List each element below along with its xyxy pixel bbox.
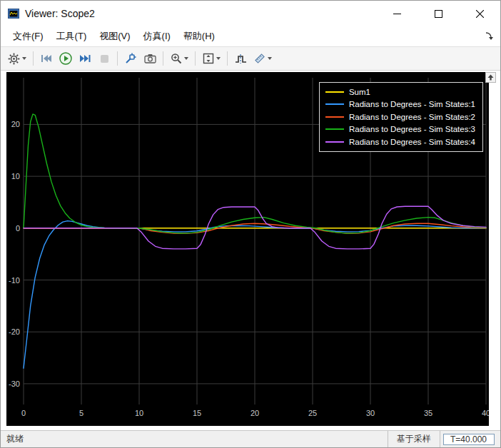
legend-label: Radians to Degrees - Sim States:3: [349, 125, 475, 133]
dock-arrow-icon[interactable]: [485, 31, 495, 43]
status-ready: 就绪: [1, 431, 388, 447]
close-button[interactable]: [459, 1, 500, 26]
run-button[interactable]: [56, 49, 75, 68]
menu-simulation[interactable]: 仿真(I): [137, 27, 177, 46]
menu-tools[interactable]: 工具(T): [50, 27, 93, 46]
highlight-signal-icon: [125, 53, 136, 64]
svg-text:30: 30: [366, 409, 375, 417]
measurements-button[interactable]: [250, 49, 275, 68]
legend-line-sample: [325, 91, 344, 93]
step-forward-icon: [79, 54, 91, 63]
status-bar: 就绪 基于采样 T=40.000: [1, 430, 500, 447]
svg-text:-20: -20: [9, 327, 20, 336]
legend-label: Radians to Degrees - Sim States:2: [349, 113, 475, 121]
menu-file[interactable]: 文件(F): [6, 27, 50, 46]
toolbar-separator: [117, 51, 118, 66]
step-back-icon: [41, 54, 52, 63]
svg-text:-10: -10: [9, 276, 20, 285]
chevron-down-icon: [216, 57, 221, 60]
legend-item: Sum1: [325, 86, 475, 98]
svg-text:10: 10: [135, 409, 143, 417]
svg-text:20: 20: [250, 409, 259, 417]
highlight-signal-button[interactable]: [121, 49, 140, 68]
cursor-measurements-icon: [235, 54, 247, 64]
stop-button[interactable]: [95, 49, 113, 68]
scope-plot[interactable]: 0510152025303540-30-20-1001020 Sum1 Radi…: [6, 72, 489, 426]
step-forward-button[interactable]: [76, 49, 94, 68]
toolbar-separator: [227, 51, 228, 66]
gear-icon: [8, 53, 20, 65]
legend-item: Radians to Degrees - Sim States:4: [325, 136, 475, 148]
zoom-button[interactable]: [167, 49, 191, 68]
chevron-down-icon: [184, 57, 188, 60]
legend-label: Sum1: [349, 88, 370, 96]
menu-bar: 文件(F) 工具(T) 视图(V) 仿真(I) 帮助(H): [1, 26, 500, 46]
cursor-measurements-button[interactable]: [231, 49, 250, 68]
menu-view[interactable]: 视图(V): [93, 27, 136, 46]
svg-text:35: 35: [424, 409, 432, 417]
status-time-box: T=40.000: [443, 434, 495, 445]
toolbar-separator: [33, 51, 34, 66]
scope-window-icon: [8, 9, 19, 19]
status-time-cell: T=40.000: [440, 431, 500, 447]
measurements-ruler-icon: [254, 53, 265, 64]
legend-item: Radians to Degrees - Sim States:2: [325, 111, 475, 123]
snapshot-camera-icon: [144, 54, 156, 63]
settings-gear-button[interactable]: [5, 49, 29, 68]
step-back-button[interactable]: [37, 49, 56, 68]
svg-text:-30: -30: [9, 380, 20, 388]
window-title: Viewer: Scope2: [25, 8, 376, 19]
stop-icon: [100, 54, 109, 63]
title-bar: Viewer: Scope2: [1, 1, 500, 26]
up-arrow-icon: [487, 74, 494, 81]
svg-text:40: 40: [482, 409, 489, 417]
legend-label: Radians to Degrees - Sim States:1: [349, 100, 475, 108]
scope-viewer-window: Viewer: Scope2 文件(F) 工具(T) 视图(V) 仿真(I) 帮…: [0, 0, 501, 448]
chevron-down-icon: [22, 57, 26, 60]
legend-item: Radians to Degrees - Sim States:1: [325, 98, 475, 111]
legend-line-sample: [325, 141, 344, 143]
legend-line-sample: [325, 103, 344, 105]
svg-text:10: 10: [11, 172, 20, 180]
legend: Sum1 Radians to Degrees - Sim States:1 R…: [319, 82, 483, 152]
legend-line-sample: [325, 116, 344, 118]
scroll-up-button[interactable]: [485, 72, 496, 83]
legend-item: Radians to Degrees - Sim States:3: [325, 123, 475, 136]
snapshot-button[interactable]: [141, 49, 159, 68]
minimize-button[interactable]: [376, 1, 418, 26]
svg-text:20: 20: [11, 120, 20, 128]
toolbar: [1, 46, 500, 71]
chevron-down-icon: [268, 57, 272, 60]
svg-text:0: 0: [21, 409, 26, 417]
run-play-icon: [59, 52, 72, 65]
zoom-magnifier-icon: [171, 53, 182, 64]
svg-text:25: 25: [308, 409, 317, 417]
toolbar-separator: [163, 51, 163, 66]
legend-line-sample: [325, 128, 344, 130]
plot-area-wrapper: 0510152025303540-30-20-1001020 Sum1 Radi…: [1, 71, 500, 430]
fit-view-button[interactable]: [199, 49, 223, 68]
svg-text:15: 15: [193, 409, 201, 417]
menu-help[interactable]: 帮助(H): [177, 27, 221, 46]
fit-view-icon: [203, 53, 214, 64]
legend-label: Radians to Degrees - Sim States:4: [349, 138, 475, 146]
maximize-button[interactable]: [418, 1, 459, 26]
svg-text:5: 5: [79, 409, 84, 417]
svg-text:0: 0: [16, 224, 20, 233]
status-sample-mode: 基于采样: [388, 431, 440, 447]
toolbar-separator: [195, 51, 196, 66]
